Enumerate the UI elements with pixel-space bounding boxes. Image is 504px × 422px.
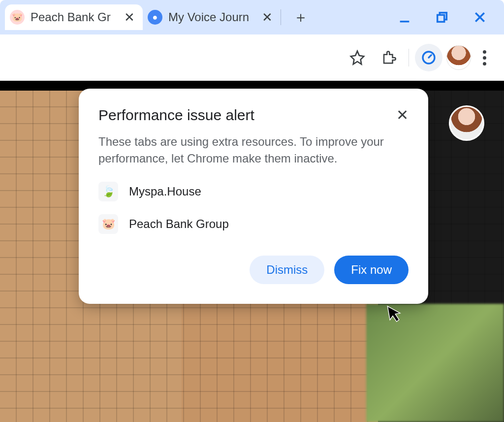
tab-close-icon[interactable]: ✕ [124, 10, 135, 25]
dismiss-button[interactable]: Dismiss [250, 256, 324, 284]
list-item-label: Peach Bank Group [129, 217, 229, 231]
tab-close-icon[interactable]: ✕ [262, 10, 273, 25]
dialog-tab-list: 🍃 Myspa.House 🐷 Peach Bank Group [98, 182, 409, 234]
tab-title: Peach Bank Gr [31, 10, 118, 24]
tab-strip: 🐷 Peach Bank Gr ✕ ● My Voice Journ ✕ ＋ [0, 0, 504, 34]
svg-rect-1 [438, 15, 444, 22]
dialog-body: These tabs are using extra resources. To… [98, 133, 409, 167]
list-item: 🐷 Peach Bank Group [98, 214, 409, 234]
minimize-icon[interactable] [398, 10, 411, 25]
tab-title: My Voice Journ [168, 10, 256, 24]
toolbar [0, 34, 504, 81]
favicon-pig-icon: 🐷 [10, 10, 25, 25]
profile-avatar[interactable] [446, 45, 471, 70]
performance-icon[interactable] [415, 44, 442, 71]
restore-icon[interactable] [435, 10, 449, 25]
performance-alert-dialog: Performance issue alert ✕ These tabs are… [79, 89, 428, 304]
green-patch [366, 304, 504, 422]
favicon-mic-icon: ● [148, 10, 162, 25]
list-item-label: Myspa.House [129, 185, 201, 198]
bookmark-star-icon[interactable] [344, 44, 371, 71]
new-tab-button[interactable]: ＋ [291, 7, 311, 27]
svg-rect-0 [400, 21, 410, 23]
tab-separator [281, 9, 281, 25]
leaf-icon: 🍃 [98, 182, 118, 201]
fix-now-button[interactable]: Fix now [334, 256, 409, 284]
list-item: 🍃 Myspa.House [98, 182, 409, 201]
window-controls [398, 10, 499, 25]
toolbar-divider [409, 49, 409, 66]
menu-icon[interactable] [475, 50, 494, 65]
pig-icon: 🐷 [98, 214, 118, 234]
tab-voice-journal[interactable]: ● My Voice Journ ✕ [143, 4, 281, 30]
dialog-actions: Dismiss Fix now [98, 256, 409, 284]
extensions-icon[interactable] [375, 44, 403, 71]
page-avatar[interactable] [449, 105, 484, 141]
dialog-close-icon[interactable]: ✕ [396, 106, 409, 124]
tab-peach-bank[interactable]: 🐷 Peach Bank Gr ✕ [5, 4, 143, 30]
dialog-title: Performance issue alert [98, 107, 254, 124]
close-window-icon[interactable] [472, 10, 487, 25]
